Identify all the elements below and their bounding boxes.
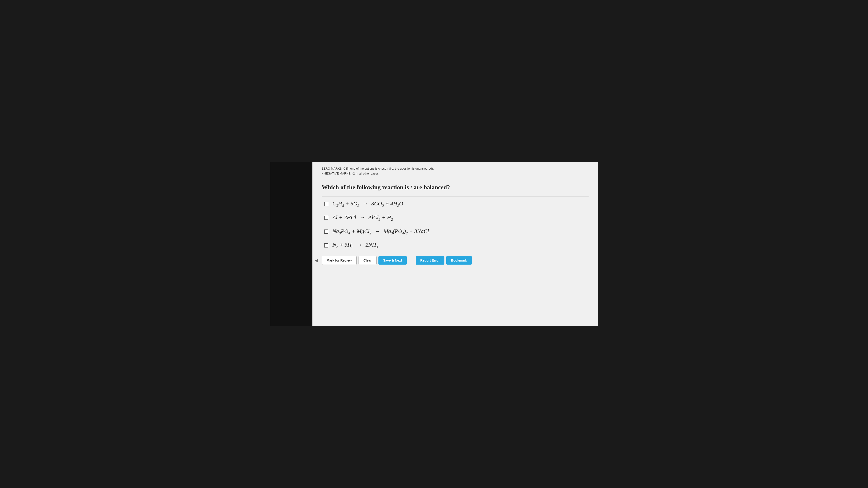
- page-container: ZERO MARKS: 0 If none of the options is …: [270, 162, 598, 326]
- mark-for-review-button[interactable]: Mark for Review: [322, 256, 356, 265]
- question-text: Which of the following reaction is / are…: [322, 184, 589, 191]
- footer-nav: ◀ Mark for Review Clear Save & Next Repo…: [322, 256, 589, 265]
- info-section: ZERO MARKS: 0 If none of the options is …: [322, 167, 589, 175]
- option-d[interactable]: N2 + 3H2 → 2NH3: [324, 242, 589, 249]
- main-content: ZERO MARKS: 0 If none of the options is …: [312, 162, 598, 326]
- report-error-button[interactable]: Report Error: [415, 256, 444, 265]
- option-b[interactable]: Al + 3HCl → AlCl3 + H2: [324, 214, 589, 222]
- option-c[interactable]: Na3PO4 + MgCl2 → Mg3(PO4)2 + 3NaCl: [324, 228, 589, 235]
- checkbox-d[interactable]: [324, 243, 328, 248]
- checkbox-c[interactable]: [324, 229, 328, 234]
- option-b-label: Al + 3HCl → AlCl3 + H2: [333, 214, 393, 222]
- button-bar: Mark for Review Clear Save & Next Report…: [322, 256, 589, 265]
- option-a[interactable]: C3H8 + 5O2 → 3CO2 + 4H2O: [324, 200, 589, 208]
- option-a-label: C3H8 + 5O2 → 3CO2 + 4H2O: [333, 200, 403, 208]
- negative-marks-info: • NEGATIVE MARKS: -2 In all other cases: [322, 172, 589, 175]
- divider-middle: [322, 196, 589, 197]
- save-next-button[interactable]: Save & Next: [378, 256, 407, 265]
- checkbox-b[interactable]: [324, 216, 328, 220]
- options-container: C3H8 + 5O2 → 3CO2 + 4H2O Al + 3HCl → AlC…: [324, 200, 589, 249]
- option-d-label: N2 + 3H2 → 2NH3: [333, 242, 378, 249]
- clear-button[interactable]: Clear: [359, 256, 376, 265]
- zero-marks-info: ZERO MARKS: 0 If none of the options is …: [322, 167, 589, 170]
- checkbox-a[interactable]: [324, 202, 328, 206]
- bookmark-button[interactable]: Bookmark: [446, 256, 471, 265]
- nav-left-arrow[interactable]: ◀: [315, 258, 318, 263]
- option-c-label: Na3PO4 + MgCl2 → Mg3(PO4)2 + 3NaCl: [333, 228, 429, 235]
- divider-top: [322, 180, 589, 180]
- left-panel: [270, 162, 312, 326]
